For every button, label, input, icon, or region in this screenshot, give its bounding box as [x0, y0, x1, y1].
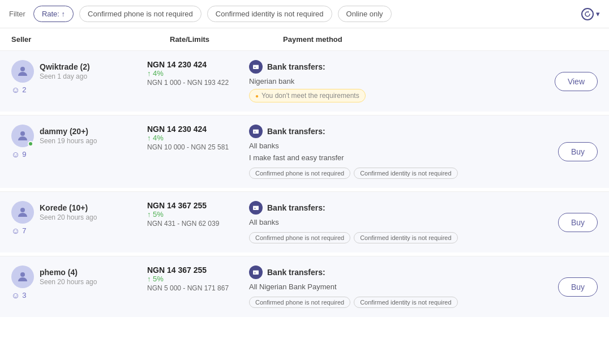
online-filter-button[interactable]: Online only [338, 6, 392, 22]
svg-point-4 [20, 131, 25, 136]
payment-cell: Bank transfers:All Nigerian Bank Payment… [249, 265, 530, 308]
requirement-badge: Confirmed identity is not required [354, 168, 457, 179]
table-header: Seller Rate/Limits Payment method [0, 28, 609, 48]
rate-limits: NGN 431 - NGN 62 039 [147, 220, 249, 228]
rating-count: 2 [22, 85, 26, 94]
action-cell: Buy [530, 265, 598, 308]
rate-cell: NGN 14 367 255↑ 5%NGN 5 000 - NGN 171 86… [147, 265, 249, 308]
rate-percent: ↑ 5% [147, 275, 249, 283]
rate-percent: ↑ 4% [147, 134, 249, 142]
payment-cell: Bank transfers:All banksI make fast and … [249, 125, 530, 179]
seller-seen: Seen 20 hours ago [40, 278, 97, 286]
rating-icon: ☺ [11, 85, 20, 95]
requirement-badges: Confirmed phone is not requiredConfirmed… [249, 232, 530, 243]
requirement-badge: Confirmed identity is not required [354, 232, 457, 243]
refresh-icon [581, 8, 594, 20]
seller-name: Qwiktrade (2) [40, 62, 90, 71]
action-cell: View [530, 60, 598, 102]
payment-desc: All banks [249, 218, 530, 226]
rating-icon: ☺ [11, 226, 20, 235]
seller-cell: dammy (20+)Seen 19 hours ago☺9 [11, 125, 147, 179]
requirement-badge: Confirmed identity is not required [354, 297, 457, 308]
avatar [11, 265, 34, 288]
rate-cell: NGN 14 230 424↑ 4%NGN 10 000 - NGN 25 58… [147, 125, 249, 179]
table-row: Korede (10+)Seen 20 hours ago☺7NGN 14 36… [0, 191, 609, 252]
action-cell: Buy [530, 125, 598, 179]
rate-limits: NGN 1 000 - NGN 193 422 [147, 79, 249, 87]
trade-list: Qwiktrade (2)Seen 1 day ago☺2NGN 14 230 … [0, 48, 609, 319]
svg-point-8 [20, 208, 25, 212]
payment-type: Bank transfers: [267, 127, 325, 136]
avatar [11, 201, 34, 224]
buy-button[interactable]: Buy [558, 142, 598, 161]
requirement-badges: Confirmed phone is not requiredConfirmed… [249, 168, 530, 179]
refresh-arrow: ▾ [596, 10, 600, 18]
payment-type: Bank transfers: [267, 203, 325, 212]
col-header-payment: Payment method [283, 35, 598, 44]
payment-header: Bank transfers: [249, 125, 530, 138]
action-cell: Buy [530, 201, 598, 243]
seller-seen: Seen 19 hours ago [40, 137, 97, 145]
rate-filter-button[interactable]: Rate: ↑ [33, 6, 74, 22]
seller-name: Korede (10+) [40, 203, 97, 212]
seller-name: phemo (4) [40, 268, 97, 277]
payment-header: Bank transfers: [249, 201, 530, 215]
table-row: Qwiktrade (2)Seen 1 day ago☺2NGN 14 230 … [0, 50, 609, 112]
rating-count: 3 [22, 291, 26, 299]
seller-cell: Qwiktrade (2)Seen 1 day ago☺2 [11, 60, 147, 102]
warning-text: You don't meet the requirements [261, 92, 359, 100]
rate-percent: ↑ 4% [147, 69, 249, 78]
phone-filter-button[interactable]: Confirmed phone is not required [79, 6, 201, 22]
svg-rect-14 [253, 270, 259, 271]
payment-icon [249, 201, 263, 215]
refresh-button[interactable]: ▾ [581, 8, 600, 20]
payment-icon [249, 125, 263, 138]
seller-rating: ☺3 [11, 290, 147, 300]
identity-filter-button[interactable]: Confirmed identity is not required [207, 6, 332, 22]
filter-bar: Filter Rate: ↑ Confirmed phone is not re… [0, 0, 609, 28]
requirement-badges: Confirmed phone is not requiredConfirmed… [249, 297, 530, 308]
col-header-seller: Seller [11, 35, 170, 44]
online-indicator [28, 141, 33, 147]
requirement-badge: Confirmed phone is not required [249, 232, 350, 243]
payment-desc: All banks [249, 142, 530, 150]
view-button[interactable]: View [555, 72, 598, 91]
avatar [11, 125, 34, 147]
svg-point-0 [20, 67, 25, 71]
payment-desc: I make fast and easy transfer [249, 153, 530, 162]
seller-seen: Seen 20 hours ago [40, 213, 97, 221]
payment-icon [249, 60, 263, 74]
payment-header: Bank transfers: [249, 60, 530, 74]
svg-point-12 [20, 272, 25, 277]
requirement-badge: Confirmed phone is not required [249, 297, 350, 308]
payment-type: Bank transfers: [267, 62, 325, 71]
payment-cell: Bank transfers:All banksConfirmed phone … [249, 201, 530, 243]
avatar [11, 60, 34, 83]
rating-count: 7 [22, 226, 26, 235]
warning-badge: ●You don't meet the requirements [249, 89, 366, 102]
table-row: dammy (20+)Seen 19 hours ago☺9NGN 14 230… [0, 115, 609, 188]
seller-cell: phemo (4)Seen 20 hours ago☺3 [11, 265, 147, 308]
svg-rect-6 [253, 129, 259, 130]
seller-cell: Korede (10+)Seen 20 hours ago☺7 [11, 201, 147, 243]
seller-rating: ☺9 [11, 149, 147, 159]
requirement-badge: Confirmed phone is not required [249, 168, 350, 179]
buy-button[interactable]: Buy [558, 213, 598, 232]
buy-button[interactable]: Buy [558, 277, 598, 297]
seller-rating: ☺7 [11, 226, 147, 235]
rate-limits: NGN 5 000 - NGN 171 867 [147, 284, 249, 292]
rate-cell: NGN 14 230 424↑ 4%NGN 1 000 - NGN 193 42… [147, 60, 249, 102]
payment-cell: Bank transfers:Nigerian bank●You don't m… [249, 60, 530, 102]
rating-icon: ☺ [11, 290, 20, 300]
seller-rating: ☺2 [11, 85, 147, 95]
filter-label: Filter [9, 10, 25, 18]
table-row: phemo (4)Seen 20 hours ago☺3NGN 14 367 2… [0, 256, 609, 317]
svg-rect-2 [253, 65, 259, 66]
svg-rect-10 [253, 205, 259, 207]
payment-desc: Nigerian bank [249, 77, 530, 85]
col-header-rate: Rate/Limits [170, 35, 283, 44]
rate-amount: NGN 14 230 424 [147, 60, 249, 69]
seller-name: dammy (20+) [40, 127, 97, 136]
payment-header: Bank transfers: [249, 265, 530, 279]
warning-icon: ● [255, 93, 259, 99]
